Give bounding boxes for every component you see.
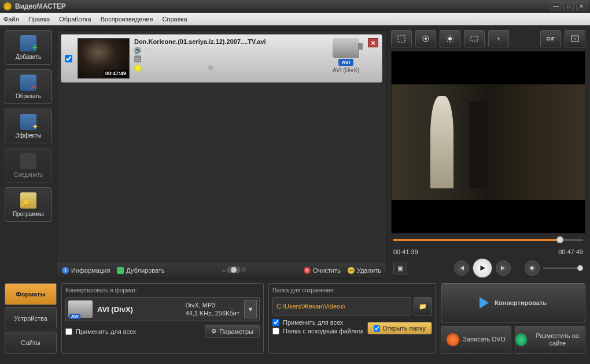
grid-view-icon: ⠿ bbox=[242, 266, 246, 274]
apply-all-save[interactable]: Применить для всех bbox=[272, 319, 363, 326]
apply-all-format[interactable]: Применить для всех bbox=[65, 328, 136, 335]
target-tool[interactable] bbox=[415, 30, 436, 47]
programs-icon: 🔑 bbox=[20, 192, 36, 209]
cut-icon: ✂ bbox=[20, 75, 36, 91]
view-toggle[interactable]: ≡ ⠿ bbox=[172, 266, 297, 274]
clear-icon: ✕ bbox=[304, 267, 311, 274]
next-button[interactable] bbox=[496, 261, 511, 276]
preview-panel: GIF 00:41:39 00:47:49 ▣ bbox=[391, 30, 585, 278]
format-selector[interactable]: AVI AVI (DivX) DivX, MP3 44,1 KHz, 256Кб… bbox=[65, 297, 260, 321]
delete-icon: − bbox=[348, 267, 355, 274]
play-arrow-icon bbox=[480, 297, 489, 309]
close-button[interactable]: ✕ bbox=[576, 2, 587, 10]
audio-icon: 🔊 bbox=[134, 47, 141, 54]
quality-icon bbox=[134, 65, 141, 72]
src-folder-check[interactable]: Папка с исходным файлом bbox=[272, 328, 363, 335]
dvd-icon bbox=[447, 333, 459, 346]
menu-edit[interactable]: Правка bbox=[28, 16, 50, 23]
svg-point-2 bbox=[425, 38, 427, 40]
play-button[interactable] bbox=[473, 258, 492, 278]
preview-video[interactable] bbox=[391, 51, 585, 233]
effects-icon: ✦ bbox=[20, 114, 36, 130]
svg-rect-4 bbox=[471, 36, 478, 41]
brightness-tool[interactable] bbox=[440, 30, 460, 47]
save-path[interactable]: C:\Users\Жекан\Videos\ bbox=[272, 297, 411, 315]
svg-rect-0 bbox=[398, 35, 405, 42]
convert-panel: Конвертировать Записать DVD Разместить н… bbox=[441, 283, 585, 354]
tab-devices[interactable]: Устройства bbox=[5, 307, 57, 329]
file-quality: Хорошее качество bbox=[143, 65, 198, 72]
list-view-icon: ≡ bbox=[222, 266, 226, 274]
menu-help[interactable]: Справка bbox=[163, 16, 187, 23]
file-name: Don.Korleone.(01.seriya.iz.12).2007....T… bbox=[134, 38, 324, 45]
globe-icon bbox=[515, 333, 527, 346]
burn-dvd-button[interactable]: Записать DVD bbox=[441, 326, 511, 354]
center-panel: 00:47:49 Don.Korleone.(01.seriya.iz.12).… bbox=[57, 30, 386, 278]
video-icon: ▭ bbox=[134, 55, 141, 62]
titlebar: ВидеоМАСТЕР — □ ✕ bbox=[0, 0, 590, 13]
menubar: Файл Правка Обработка Воспроизведение Сп… bbox=[0, 13, 590, 25]
menu-process[interactable]: Обработка bbox=[59, 16, 91, 23]
list-toolbar: iИнформация Дублировать ≡ ⠿ ✕Очистить −У… bbox=[57, 262, 386, 278]
sidebar-cut[interactable]: ✂Обрезать bbox=[5, 69, 52, 104]
duplicate-button[interactable]: Дублировать bbox=[117, 267, 164, 274]
sidebar-programs[interactable]: 🔑Программы bbox=[5, 187, 52, 222]
menu-file[interactable]: Файл bbox=[3, 16, 19, 23]
clear-button[interactable]: ✕Очистить bbox=[304, 267, 341, 274]
sidebar-effects[interactable]: ✦Эффекты bbox=[5, 109, 52, 143]
convert-button[interactable]: Конвертировать bbox=[441, 283, 585, 322]
gif-tool[interactable]: GIF bbox=[540, 30, 561, 47]
folder-icon: 📁 bbox=[419, 303, 427, 310]
format-dropdown[interactable]: ▼ bbox=[244, 300, 257, 318]
publish-button[interactable]: Разместить на сайте bbox=[515, 326, 585, 354]
gear-icon: ⚙ bbox=[208, 64, 213, 72]
tab-formats[interactable]: Форматы bbox=[5, 283, 57, 305]
tab-sites[interactable]: Сайты bbox=[5, 332, 57, 354]
browse-button[interactable]: 📁 bbox=[414, 297, 432, 315]
add-icon: + bbox=[20, 35, 36, 51]
format-text: AVI (DivX) bbox=[333, 67, 359, 73]
format-detail2: 44,1 KHz, 256Кбит bbox=[185, 309, 239, 317]
speed-tool[interactable] bbox=[488, 30, 509, 47]
svg-point-3 bbox=[448, 37, 452, 40]
file-thumbnail[interactable]: 00:47:49 bbox=[78, 38, 130, 79]
camera-icon bbox=[333, 38, 359, 58]
time-current: 00:41:39 bbox=[393, 248, 418, 255]
fullscreen-tool[interactable] bbox=[565, 30, 585, 47]
file-item[interactable]: 00:47:49 Don.Korleone.(01.seriya.iz.12).… bbox=[61, 34, 382, 83]
format-badge: AVI bbox=[338, 59, 353, 66]
open-folder-button[interactable]: Открыть папку bbox=[367, 322, 432, 335]
sidebar-join[interactable]: Соединить bbox=[5, 148, 52, 183]
format-detail1: DivX, MP3 bbox=[185, 301, 239, 309]
time-total: 00:47:49 bbox=[558, 248, 583, 255]
file-remove-button[interactable]: ✕ bbox=[368, 38, 378, 47]
snapshot-button[interactable]: ▣ bbox=[393, 262, 407, 274]
trim-tool[interactable] bbox=[464, 30, 485, 47]
format-name: AVI (DivX) bbox=[97, 305, 180, 314]
save-panel: Папка для сохранения: C:\Users\Жекан\Vid… bbox=[268, 283, 436, 354]
volume-slider[interactable] bbox=[543, 268, 583, 269]
timeline-slider[interactable] bbox=[391, 236, 585, 246]
menu-playback[interactable]: Воспроизведение bbox=[101, 16, 153, 23]
file-settings-link[interactable]: ⚙Настройки видео bbox=[208, 64, 267, 72]
prev-button[interactable] bbox=[454, 261, 469, 276]
maximize-button[interactable]: □ bbox=[563, 2, 574, 10]
app-logo-icon bbox=[3, 2, 12, 10]
sidebar-add[interactable]: +Добавить bbox=[5, 30, 52, 65]
gear-icon: ⚙ bbox=[211, 328, 217, 335]
sidebar: +Добавить ✂Обрезать ✦Эффекты Соединить 🔑… bbox=[5, 30, 52, 278]
params-button[interactable]: ⚙Параметры bbox=[205, 325, 260, 338]
app-title: ВидеоМАСТЕР bbox=[15, 2, 548, 10]
crop-tool[interactable] bbox=[391, 30, 412, 47]
info-icon: i bbox=[62, 267, 69, 274]
file-checkbox[interactable] bbox=[65, 55, 72, 62]
save-header: Папка для сохранения: bbox=[272, 287, 432, 294]
file-video: DivX (688x384) (953 МБ) bbox=[143, 55, 215, 62]
file-list: 00:47:49 Don.Korleone.(01.seriya.iz.12).… bbox=[57, 31, 386, 262]
info-button[interactable]: iИнформация bbox=[62, 267, 110, 274]
volume-button[interactable] bbox=[525, 261, 540, 276]
camera-small-icon: ▣ bbox=[397, 265, 403, 272]
delete-button[interactable]: −Удалить bbox=[348, 267, 381, 274]
minimize-button[interactable]: — bbox=[551, 2, 561, 10]
duplicate-icon bbox=[117, 267, 124, 274]
